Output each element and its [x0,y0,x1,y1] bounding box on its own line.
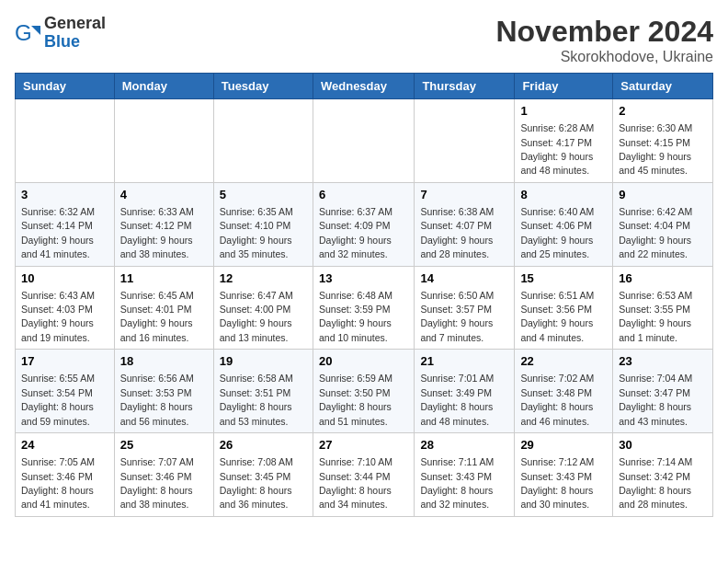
sunrise-text: Sunrise: 6:38 AM [420,206,494,217]
sunset-text: Sunset: 4:04 PM [619,220,690,231]
sunrise-text: Sunrise: 7:08 AM [220,456,293,467]
daylight-text: Daylight: 9 hours and 1 minute. [619,317,691,342]
sunrise-text: Sunrise: 7:01 AM [420,373,494,384]
sunset-text: Sunset: 3:50 PM [319,387,391,398]
daylight-text: Daylight: 8 hours and 28 minutes. [619,485,691,510]
sunrise-text: Sunrise: 7:07 AM [120,456,194,467]
sunrise-text: Sunrise: 6:55 AM [21,373,95,384]
sunset-text: Sunset: 4:10 PM [220,220,291,231]
day-cell: 7 Sunrise: 6:38 AM Sunset: 4:07 PM Dayli… [415,182,515,266]
day-cell: 2 Sunrise: 6:30 AM Sunset: 4:15 PM Dayli… [613,99,713,183]
sunrise-text: Sunrise: 6:40 AM [520,206,594,217]
daylight-text: Daylight: 8 hours and 51 minutes. [319,401,392,426]
daylight-text: Daylight: 9 hours and 25 minutes. [520,235,593,259]
sunset-text: Sunset: 4:12 PM [120,220,192,231]
daylight-text: Daylight: 9 hours and 10 minutes. [319,317,392,342]
sunset-text: Sunset: 3:55 PM [619,304,690,315]
sunrise-text: Sunrise: 7:12 AM [520,456,594,467]
day-number: 13 [319,270,408,287]
daylight-text: Daylight: 9 hours and 38 minutes. [120,235,193,259]
day-number: 19 [220,353,307,370]
day-cell: 17 Sunrise: 6:55 AM Sunset: 3:54 PM Dayl… [16,350,115,433]
daylight-text: Daylight: 8 hours and 46 minutes. [520,401,593,426]
day-cell: 20 Sunrise: 6:59 AM Sunset: 3:50 PM Dayl… [313,350,414,433]
day-number: 5 [220,187,307,203]
sunrise-text: Sunrise: 6:42 AM [619,206,692,217]
sunset-text: Sunset: 3:54 PM [21,387,93,398]
logo-general-text: General [44,15,106,33]
sunrise-text: Sunrise: 7:05 AM [21,456,95,467]
sunrise-text: Sunrise: 7:14 AM [619,456,692,467]
weekday-header: Friday [515,74,613,99]
sunrise-text: Sunrise: 6:59 AM [319,373,392,384]
sunrise-text: Sunrise: 6:35 AM [220,206,293,217]
sunset-text: Sunset: 3:43 PM [520,471,592,482]
calendar-week-row: 17 Sunrise: 6:55 AM Sunset: 3:54 PM Dayl… [16,350,713,433]
daylight-text: Daylight: 9 hours and 32 minutes. [319,235,392,259]
day-cell: 21 Sunrise: 7:01 AM Sunset: 3:49 PM Dayl… [415,350,515,433]
sunrise-text: Sunrise: 7:02 AM [520,373,594,384]
svg-marker-1 [31,26,40,35]
logo-blue-text: Blue [44,33,106,52]
day-cell: 6 Sunrise: 6:37 AM Sunset: 4:09 PM Dayli… [313,182,414,266]
day-number: 28 [420,437,508,454]
sunrise-text: Sunrise: 7:11 AM [420,456,494,467]
sunset-text: Sunset: 3:53 PM [120,387,192,398]
title-area: November 2024 Skorokhodove, Ukraine [495,15,713,65]
empty-day-cell [114,99,213,183]
calendar-week-row: 1 Sunrise: 6:28 AM Sunset: 4:17 PM Dayli… [16,99,713,183]
sunset-text: Sunset: 4:09 PM [319,220,391,231]
sunset-text: Sunset: 4:15 PM [619,137,690,148]
logo: G General Blue [15,15,106,52]
sunrise-text: Sunrise: 6:37 AM [319,206,392,217]
sunset-text: Sunset: 4:06 PM [520,220,592,231]
day-cell: 15 Sunrise: 6:51 AM Sunset: 3:56 PM Dayl… [515,266,613,350]
day-number: 4 [120,187,208,203]
daylight-text: Daylight: 8 hours and 59 minutes. [21,401,94,426]
empty-day-cell [16,99,115,183]
daylight-text: Daylight: 9 hours and 35 minutes. [220,235,292,259]
logo-icon: G [15,20,40,46]
sunset-text: Sunset: 3:42 PM [619,471,690,482]
sunrise-text: Sunrise: 6:53 AM [619,290,692,301]
sunset-text: Sunset: 4:01 PM [120,304,192,315]
daylight-text: Daylight: 9 hours and 28 minutes. [420,235,493,259]
sunrise-text: Sunrise: 6:47 AM [220,290,293,301]
day-number: 17 [21,353,108,370]
daylight-text: Daylight: 9 hours and 7 minutes. [420,317,493,342]
day-cell: 22 Sunrise: 7:02 AM Sunset: 3:48 PM Dayl… [515,350,613,433]
calendar-table: SundayMondayTuesdayWednesdayThursdayFrid… [15,73,713,517]
sunset-text: Sunset: 4:17 PM [520,137,592,148]
sunrise-text: Sunrise: 6:45 AM [120,290,194,301]
sunset-text: Sunset: 3:48 PM [520,387,592,398]
day-number: 18 [120,353,208,370]
day-cell: 23 Sunrise: 7:04 AM Sunset: 3:47 PM Dayl… [613,350,713,433]
sunset-text: Sunset: 3:46 PM [120,471,192,482]
location: Skorokhodove, Ukraine [495,49,713,65]
daylight-text: Daylight: 9 hours and 45 minutes. [619,151,691,176]
sunset-text: Sunset: 3:56 PM [520,304,592,315]
sunrise-text: Sunrise: 6:43 AM [21,290,95,301]
daylight-text: Daylight: 8 hours and 56 minutes. [120,401,193,426]
day-number: 27 [319,437,408,454]
weekday-header: Monday [114,74,213,99]
sunrise-text: Sunrise: 6:28 AM [520,122,594,133]
sunset-text: Sunset: 3:44 PM [319,471,391,482]
sunset-text: Sunset: 4:07 PM [420,220,492,231]
day-cell: 26 Sunrise: 7:08 AM Sunset: 3:45 PM Dayl… [213,433,313,517]
day-number: 24 [21,437,108,454]
day-cell: 28 Sunrise: 7:11 AM Sunset: 3:43 PM Dayl… [415,433,515,517]
day-number: 29 [520,437,607,454]
day-number: 15 [520,270,607,287]
sunrise-text: Sunrise: 6:50 AM [420,290,494,301]
day-cell: 14 Sunrise: 6:50 AM Sunset: 3:57 PM Dayl… [415,266,515,350]
daylight-text: Daylight: 9 hours and 4 minutes. [520,317,593,342]
sunrise-text: Sunrise: 6:48 AM [319,290,392,301]
svg-text:G: G [15,20,32,45]
day-number: 12 [220,270,307,287]
day-number: 16 [619,270,707,287]
day-cell: 10 Sunrise: 6:43 AM Sunset: 4:03 PM Dayl… [16,266,115,350]
day-number: 26 [220,437,307,454]
daylight-text: Daylight: 9 hours and 19 minutes. [21,317,94,342]
day-number: 14 [420,270,508,287]
